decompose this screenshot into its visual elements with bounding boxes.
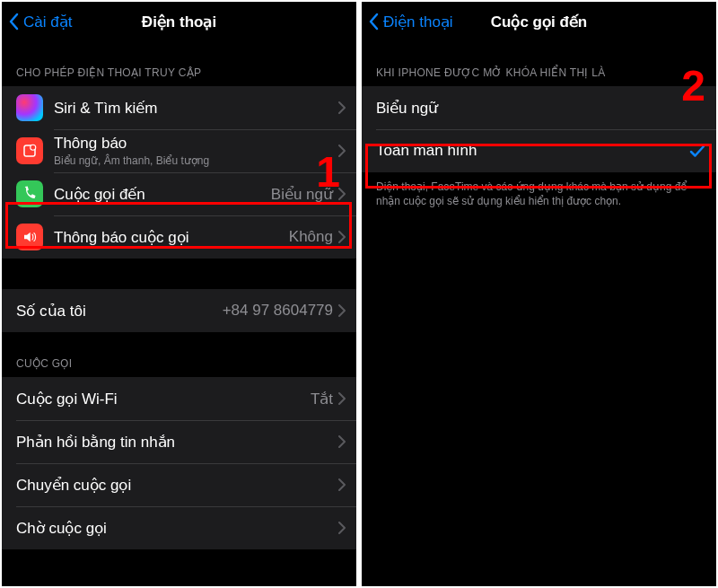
group-display-options: Biểu ngữ Toàn màn hình [362, 86, 716, 172]
row-label: Thông báo cuộc gọi [54, 228, 289, 247]
row-value: Tắt [311, 390, 333, 408]
row-fullscreen[interactable]: Toàn màn hình [362, 129, 716, 172]
row-value: Biểu ngữ [271, 185, 333, 204]
speaker-icon [16, 224, 43, 250]
row-label: Siri & Tìm kiếm [54, 99, 338, 118]
row-value: +84 97 8604779 [223, 302, 333, 320]
section-header-display: KHI IPHONE ĐƯỢC MỞ KHÓA HIỂN THỊ LÀ [362, 41, 716, 86]
row-siri[interactable]: Siri & Tìm kiếm [2, 86, 356, 129]
chevron-right-icon [338, 392, 346, 405]
row-wifi-calling[interactable]: Cuộc gọi Wi-Fi Tắt [2, 377, 356, 420]
navbar-left: Cài đặt Điện thoại [2, 2, 356, 41]
row-incoming-calls[interactable]: Cuộc gọi đến Biểu ngữ [2, 172, 356, 215]
row-label: Biểu ngữ [376, 99, 705, 118]
footer-text: Điện thoại, FaceTime và các ứng dụng khá… [362, 172, 716, 208]
row-announce-calls[interactable]: Thông báo cuộc gọi Không [2, 215, 356, 259]
chevron-right-icon [338, 101, 346, 114]
back-button-phone[interactable]: Điện thoại [369, 13, 453, 31]
row-label: Cuộc gọi đến [54, 185, 271, 204]
back-button-settings[interactable]: Cài đặt [9, 13, 72, 31]
chevron-right-icon [338, 231, 346, 243]
row-my-number[interactable]: Số của tôi +84 97 8604779 [2, 289, 356, 332]
section-header-calls: CUỘC GỌI [2, 332, 356, 377]
row-label: Phản hồi bằng tin nhắn [16, 433, 338, 452]
group-my-number: Số của tôi +84 97 8604779 [2, 289, 356, 332]
chevron-right-icon [338, 478, 346, 491]
row-call-waiting[interactable]: Chờ cuộc gọi [2, 506, 356, 549]
svg-point-1 [31, 145, 36, 150]
back-label: Cài đặt [23, 13, 72, 31]
group-allow: Siri & Tìm kiếm Thông báo Biểu ngữ, Âm t… [2, 86, 356, 259]
navbar-right: Điện thoại Cuộc gọi đến [362, 2, 716, 41]
chevron-right-icon [338, 145, 346, 157]
row-label: Cuộc gọi Wi-Fi [16, 390, 311, 408]
incoming-calls-screen: Điện thoại Cuộc gọi đến KHI IPHONE ĐƯỢC … [362, 2, 716, 586]
chevron-right-icon [338, 304, 346, 317]
siri-icon [16, 94, 43, 121]
row-sublabel: Biểu ngữ, Âm thanh, Biểu tượng [54, 154, 338, 167]
phone-icon [16, 180, 43, 207]
chevron-right-icon [338, 188, 346, 200]
row-call-forwarding[interactable]: Chuyển cuộc gọi [2, 463, 356, 506]
row-label: Thông báo [54, 135, 338, 153]
checkmark-icon [689, 143, 705, 159]
chevron-left-icon [369, 13, 380, 31]
chevron-left-icon [9, 13, 20, 31]
chevron-right-icon [338, 435, 346, 448]
chevron-right-icon [338, 522, 346, 534]
row-value: Không [289, 228, 333, 246]
phone-settings-screen: Cài đặt Điện thoại CHO PHÉP ĐIỆN THOẠI T… [2, 2, 356, 586]
row-sms-reply[interactable]: Phản hồi bằng tin nhắn [2, 420, 356, 463]
row-label: Số của tôi [16, 302, 223, 320]
row-notifications[interactable]: Thông báo Biểu ngữ, Âm thanh, Biểu tượng [2, 129, 356, 172]
group-calls: Cuộc gọi Wi-Fi Tắt Phản hồi bằng tin nhắ… [2, 377, 356, 549]
section-header-allow: CHO PHÉP ĐIỆN THOẠI TRUY CẬP [2, 41, 356, 86]
notification-icon [16, 137, 43, 164]
row-label: Chuyển cuộc gọi [16, 476, 338, 495]
row-banner[interactable]: Biểu ngữ [362, 86, 716, 129]
row-label: Chờ cuộc gọi [16, 519, 338, 538]
back-label: Điện thoại [383, 13, 453, 31]
row-label: Toàn màn hình [376, 142, 689, 160]
